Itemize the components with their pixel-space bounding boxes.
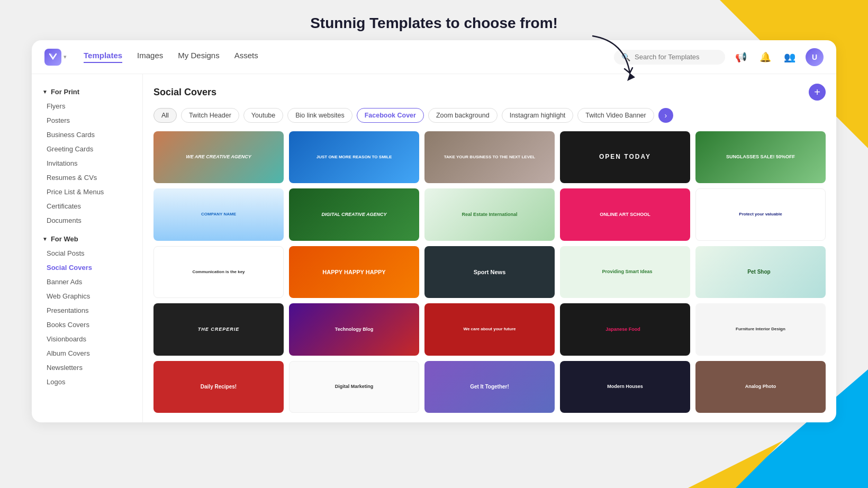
filter-tabs: All Twitch Header Youtube Bio link websi… bbox=[153, 108, 826, 123]
template-card-24[interactable]: Modern Houses bbox=[560, 361, 690, 413]
bell-icon[interactable]: 🔔 bbox=[757, 49, 774, 66]
filter-tab-instagram[interactable]: Instagram highlight bbox=[502, 108, 574, 123]
logo-dropdown[interactable]: ▾ bbox=[64, 53, 67, 60]
sidebar-for-web: ▼ For Web Social Posts Social Covers Ban… bbox=[32, 232, 142, 389]
sidebar-for-print: ▼ For Print Flyers Posters Business Card… bbox=[32, 85, 142, 228]
sidebar-item-posters[interactable]: Posters bbox=[32, 113, 142, 128]
sidebar-item-social-posts[interactable]: Social Posts bbox=[32, 246, 142, 260]
card-9-label: ONLINE ART SCHOOL bbox=[560, 188, 690, 240]
template-card-14[interactable]: Providing Smart Ideas bbox=[560, 246, 690, 298]
filter-tab-twitch-video[interactable]: Twitch Video Banner bbox=[577, 108, 654, 123]
card-3-label: TAKE YOUR BUSINESS TO THE NEXT LEVEL bbox=[424, 131, 555, 183]
template-card-12[interactable]: HAPPY HAPPY HAPPY bbox=[289, 246, 419, 298]
template-grid: WE ARE CREATIVE AGENCY JUST ONE MORE REA… bbox=[153, 131, 826, 413]
content-area: ▼ For Print Flyers Posters Business Card… bbox=[32, 74, 836, 422]
card-20-label: Furniture Interior Design bbox=[695, 303, 826, 355]
card-13-label: Sport News bbox=[424, 246, 555, 298]
card-15-label: Pet Shop bbox=[695, 246, 822, 298]
template-card-5[interactable]: SUNGLASSES SALE! 50%OFF bbox=[695, 131, 826, 183]
main-headline: Stunnig Templates to choose from! bbox=[0, 15, 868, 32]
template-card-6[interactable]: COMPANY NAME bbox=[153, 188, 284, 240]
megaphone-icon[interactable]: 📢 bbox=[733, 49, 749, 66]
sidebar-item-presentations[interactable]: Presentations bbox=[32, 303, 142, 318]
card-10-label: Protect your valuable bbox=[696, 189, 825, 240]
card-7-label: DIGITAL CREATIVE AGENCY bbox=[289, 188, 419, 240]
sidebar-item-greeting-cards[interactable]: Greeting Cards bbox=[32, 142, 142, 156]
for-web-title[interactable]: ▼ For Web bbox=[32, 232, 142, 246]
filter-tab-bio-link[interactable]: Bio link websites bbox=[287, 108, 352, 123]
sidebar-item-documents[interactable]: Documents bbox=[32, 213, 142, 228]
card-12-label: HAPPY HAPPY HAPPY bbox=[289, 246, 419, 298]
template-card-21[interactable]: Daily Recipes! bbox=[153, 361, 284, 413]
template-card-23[interactable]: Get It Together! bbox=[424, 361, 555, 413]
template-card-7[interactable]: DIGITAL CREATIVE AGENCY bbox=[289, 188, 419, 240]
template-card-15[interactable]: Pet Shop bbox=[695, 246, 826, 298]
sidebar-item-invitations[interactable]: Invitations bbox=[32, 156, 142, 170]
sidebar-item-banner-ads[interactable]: Banner Ads bbox=[32, 275, 142, 289]
template-card-19[interactable]: Japanese Food bbox=[560, 303, 690, 355]
template-card-10[interactable]: Protect your valuable bbox=[695, 188, 826, 240]
filter-tab-zoom[interactable]: Zoom background bbox=[428, 108, 498, 123]
sidebar-item-resumes[interactable]: Resumes & CVs bbox=[32, 170, 142, 185]
for-print-title[interactable]: ▼ For Print bbox=[32, 85, 142, 99]
template-card-13[interactable]: Sport News bbox=[424, 246, 555, 298]
sidebar-item-social-covers[interactable]: Social Covers bbox=[32, 260, 142, 275]
template-card-20[interactable]: Furniture Interior Design bbox=[695, 303, 826, 355]
sidebar-item-certificates[interactable]: Certificates bbox=[32, 199, 142, 213]
template-card-18[interactable]: We care about your future bbox=[424, 303, 555, 355]
card-11-label: Communication is the key bbox=[154, 247, 283, 297]
filter-tab-facebook[interactable]: Facebook Cover bbox=[357, 108, 424, 123]
template-card-1[interactable]: WE ARE CREATIVE AGENCY bbox=[153, 131, 284, 183]
nav-my-designs[interactable]: My Designs bbox=[178, 51, 219, 63]
template-card-8[interactable]: Real Estate International bbox=[424, 188, 555, 240]
section-title: Social Covers bbox=[153, 87, 216, 98]
template-card-16[interactable]: THE CREPERIE bbox=[153, 303, 284, 355]
section-header: Social Covers + bbox=[153, 84, 826, 101]
filter-tab-all[interactable]: All bbox=[153, 108, 177, 123]
card-19-label: Japanese Food bbox=[560, 303, 686, 355]
template-card-17[interactable]: Technology Blog bbox=[289, 303, 419, 355]
card-22-label: Digital Marketing bbox=[290, 362, 419, 412]
template-card-11[interactable]: Communication is the key bbox=[153, 246, 284, 298]
card-5-label: SUNGLASSES SALE! 50%OFF bbox=[695, 131, 826, 183]
template-card-9[interactable]: ONLINE ART SCHOOL bbox=[560, 188, 690, 240]
card-18-label: We care about your future bbox=[424, 303, 555, 355]
sidebar-item-newsletters[interactable]: Newsletters bbox=[32, 360, 142, 375]
card-17-label: Technology Blog bbox=[289, 303, 419, 355]
template-card-4[interactable]: OPEN TODAY bbox=[560, 131, 690, 183]
avatar-button[interactable]: U bbox=[806, 48, 824, 66]
card-6-label: COMPANY NAME bbox=[158, 193, 279, 236]
sidebar-item-album-covers[interactable]: Album Covers bbox=[32, 346, 142, 360]
logo[interactable]: ▾ bbox=[44, 49, 67, 66]
sidebar-item-flyers[interactable]: Flyers bbox=[32, 99, 142, 113]
template-card-22[interactable]: Digital Marketing bbox=[289, 361, 419, 413]
nav-images[interactable]: Images bbox=[137, 51, 163, 63]
sidebar-item-books-covers[interactable]: Books Covers bbox=[32, 318, 142, 332]
search-input[interactable] bbox=[635, 53, 718, 61]
template-card-3[interactable]: TAKE YOUR BUSINESS TO THE NEXT LEVEL bbox=[424, 131, 555, 183]
card-24-label: Modern Houses bbox=[560, 361, 690, 413]
nav-links: Templates Images My Designs Assets bbox=[84, 51, 597, 63]
filter-tabs-next-button[interactable]: › bbox=[658, 108, 673, 123]
template-card-2[interactable]: JUST ONE MORE REASON TO SMILE bbox=[289, 131, 419, 183]
sidebar-item-business-cards[interactable]: Business Cards bbox=[32, 128, 142, 142]
nav-assets[interactable]: Assets bbox=[234, 51, 258, 63]
template-card-25[interactable]: Analog Photo bbox=[695, 361, 826, 413]
sidebar: ▼ For Print Flyers Posters Business Card… bbox=[32, 74, 143, 422]
card-16-label: THE CREPERIE bbox=[153, 303, 284, 355]
card-1-label: WE ARE CREATIVE AGENCY bbox=[153, 131, 284, 183]
main-card: ▾ Templates Images My Designs Assets 🔍 📢… bbox=[32, 40, 836, 422]
card-23-label: Get It Together! bbox=[424, 361, 555, 413]
sidebar-item-price-list[interactable]: Price List & Menus bbox=[32, 185, 142, 199]
users-icon[interactable]: 👥 bbox=[781, 49, 798, 66]
nav-templates[interactable]: Templates bbox=[84, 51, 122, 63]
sidebar-item-visionboards[interactable]: Visionboards bbox=[32, 332, 142, 346]
chevron-down-icon: ▼ bbox=[42, 89, 48, 95]
card-21-label: Daily Recipes! bbox=[153, 361, 284, 413]
card-2-label: JUST ONE MORE REASON TO SMILE bbox=[289, 131, 419, 183]
sidebar-item-logos[interactable]: Logos bbox=[32, 375, 142, 389]
sidebar-item-web-graphics[interactable]: Web Graphics bbox=[32, 289, 142, 303]
filter-tab-twitch-header[interactable]: Twitch Header bbox=[181, 108, 239, 123]
add-template-button[interactable]: + bbox=[809, 84, 826, 101]
filter-tab-youtube[interactable]: Youtube bbox=[243, 108, 283, 123]
